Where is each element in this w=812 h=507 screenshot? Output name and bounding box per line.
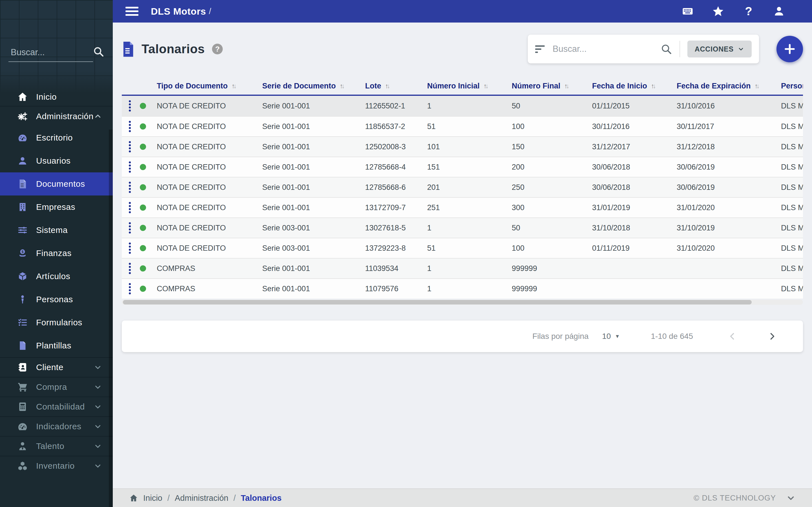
table-cell: 150: [509, 137, 590, 157]
status-dot-icon: [140, 205, 146, 211]
table-cell: DLS MO: [779, 117, 803, 136]
checklist-icon: [17, 317, 28, 328]
sidebar-item-plantillas[interactable]: Plantillas: [0, 334, 113, 357]
column-header-fecha-de-expiracion[interactable]: Fecha de Expiración↑↓: [674, 77, 779, 95]
table-row[interactable]: NOTA DE CREDITOSerie 001-00112785668-415…: [122, 157, 803, 177]
scrollbar-thumb[interactable]: [123, 300, 752, 304]
table-cell: Serie 001-001: [260, 177, 363, 197]
table-cell: Serie 001-001: [260, 279, 363, 298]
row-menu-icon[interactable]: [122, 157, 138, 177]
gauge-icon: [17, 421, 28, 432]
table-row[interactable]: COMPRASSerie 001-001110395341999999DLS M…: [122, 258, 803, 278]
column-header-tipo-de-documento[interactable]: Tipo de Documento↑↓: [154, 77, 260, 95]
row-menu-icon[interactable]: [122, 198, 138, 217]
row-menu-icon[interactable]: [122, 177, 138, 197]
table-cell: 11856537-2: [363, 117, 425, 136]
sidebar-item-cliente[interactable]: Cliente: [0, 357, 113, 377]
previous-page-button[interactable]: [727, 331, 738, 342]
filter-icon[interactable]: [535, 45, 545, 53]
table-row[interactable]: NOTA DE CREDITOSerie 001-00113172709-725…: [122, 197, 803, 217]
actions-button[interactable]: ACCIONES: [688, 41, 752, 57]
toolbar-divider: [679, 41, 680, 57]
sidebar-item-contabilidad[interactable]: Contabilidad: [0, 397, 113, 416]
chevron-up-icon: [94, 112, 102, 121]
sidebar-item-label: Talento: [36, 441, 64, 451]
table-row[interactable]: NOTA DE CREDITOSerie 001-00112502008-310…: [122, 136, 803, 157]
pagination-range: 1-10 de 645: [651, 332, 693, 341]
table-row[interactable]: NOTA DE CREDITOSerie 001-00112785668-620…: [122, 177, 803, 197]
main-content: Talonarios ? ACCIONES: [113, 22, 812, 489]
keyboard-icon[interactable]: [681, 5, 694, 17]
menu-icon[interactable]: [125, 7, 139, 16]
sidebar: InicioAdministraciónEscritorioUsuariosDo…: [0, 0, 113, 507]
column-header-serie-de-documento[interactable]: Serie de Documento↑↓: [260, 77, 363, 95]
sidebar-item-label: Contabilidad: [36, 402, 85, 411]
table-row[interactable]: COMPRASSerie 001-001110795761999999DLS M…: [122, 278, 803, 298]
search-icon[interactable]: [93, 46, 104, 57]
user-icon[interactable]: [773, 5, 785, 17]
table-row[interactable]: NOTA DE CREDITOSerie 003-00113027618-515…: [122, 217, 803, 238]
sort-icon: ↑↓: [755, 82, 758, 90]
talonarios-table: Tipo de Documento↑↓Serie de Documento↑↓L…: [122, 77, 803, 305]
sidebar-item-compra[interactable]: Compra: [0, 377, 113, 397]
sidebar-item-inventario[interactable]: Inventario: [0, 456, 113, 475]
sidebar-item-label: Empresas: [36, 202, 75, 212]
table-cell: 11079576: [363, 279, 425, 298]
column-header-persona[interactable]: Persona↑↓: [779, 77, 803, 95]
column-header-lote[interactable]: Lote↑↓: [363, 77, 425, 95]
breadcrumb-item-talonarios[interactable]: Talonarios: [241, 494, 282, 503]
row-menu-icon[interactable]: [122, 137, 138, 157]
table-cell: NOTA DE CREDITO: [154, 96, 260, 116]
sidebar-item-talento[interactable]: Talento: [0, 436, 113, 456]
row-menu-icon[interactable]: [122, 279, 138, 298]
breadcrumb-item-inicio[interactable]: Inicio: [143, 494, 162, 503]
sidebar-item-sistema[interactable]: Sistema: [0, 219, 113, 242]
row-menu-icon[interactable]: [122, 117, 138, 136]
table-search-input[interactable]: [553, 44, 660, 54]
star-icon[interactable]: [712, 5, 724, 17]
cart-icon: [17, 381, 28, 393]
row-menu-icon[interactable]: [122, 218, 138, 238]
rows-per-page-select[interactable]: 10 ▼: [602, 332, 620, 341]
breadcrumb-item-administracion[interactable]: Administración: [175, 494, 229, 503]
column-header-fecha-de-inicio[interactable]: Fecha de Inicio↑↓: [590, 77, 674, 95]
chevron-down-icon[interactable]: [786, 493, 796, 503]
row-menu-icon[interactable]: [122, 96, 138, 116]
sidebar-search-input[interactable]: [8, 45, 93, 62]
sidebar-item-administracion[interactable]: Administración: [0, 106, 113, 126]
sidebar-item-inicio[interactable]: Inicio: [0, 88, 113, 106]
horizontal-scrollbar: [122, 300, 803, 305]
column-header-label: Fecha de Inicio: [592, 82, 647, 91]
sidebar-item-finanzas[interactable]: $Finanzas: [0, 242, 113, 265]
table-row[interactable]: NOTA DE CREDITOSerie 001-00111856537-251…: [122, 116, 803, 136]
help-icon[interactable]: ?: [742, 5, 755, 17]
table-cell: 151: [425, 157, 509, 177]
sidebar-scrollbar[interactable]: [109, 129, 113, 507]
sidebar-item-usuarios[interactable]: Usuarios: [0, 149, 113, 172]
table-row[interactable]: NOTA DE CREDITOSerie 001-00111265502-115…: [122, 96, 803, 116]
table-cell: NOTA DE CREDITO: [154, 137, 260, 157]
row-menu-icon[interactable]: [122, 259, 138, 278]
table-body: NOTA DE CREDITOSerie 001-00111265502-115…: [122, 96, 803, 298]
file-icon: [17, 340, 28, 351]
sidebar-item-indicadores[interactable]: Indicadores: [0, 416, 113, 436]
next-page-button[interactable]: [766, 331, 777, 342]
chevron-down-icon: [738, 46, 744, 52]
page-help-icon[interactable]: ?: [212, 44, 223, 54]
column-header-numero-inicial[interactable]: Número Inicial↑↓: [425, 77, 509, 95]
sidebar-item-articulos[interactable]: Artículos: [0, 265, 113, 288]
sidebar-item-documentos[interactable]: Documentos: [0, 172, 113, 195]
sidebar-item-empresas[interactable]: Empresas: [0, 195, 113, 219]
sidebar-item-escritorio[interactable]: Escritorio: [0, 126, 113, 149]
search-icon[interactable]: [660, 43, 672, 55]
table-row[interactable]: NOTA DE CREDITOSerie 003-00113729223-851…: [122, 238, 803, 258]
page-toolbar: ACCIONES: [528, 35, 803, 63]
table-cell: 100: [509, 238, 590, 258]
column-header-numero-final[interactable]: Número Final↑↓: [509, 77, 590, 95]
sidebar-item-personas[interactable]: Personas: [0, 288, 113, 311]
sidebar-item-formularios[interactable]: Formularios: [0, 311, 113, 334]
home-icon[interactable]: [129, 494, 138, 503]
add-button[interactable]: [776, 36, 803, 62]
table-cell: DLS MO: [779, 198, 803, 217]
row-menu-icon[interactable]: [122, 238, 138, 258]
